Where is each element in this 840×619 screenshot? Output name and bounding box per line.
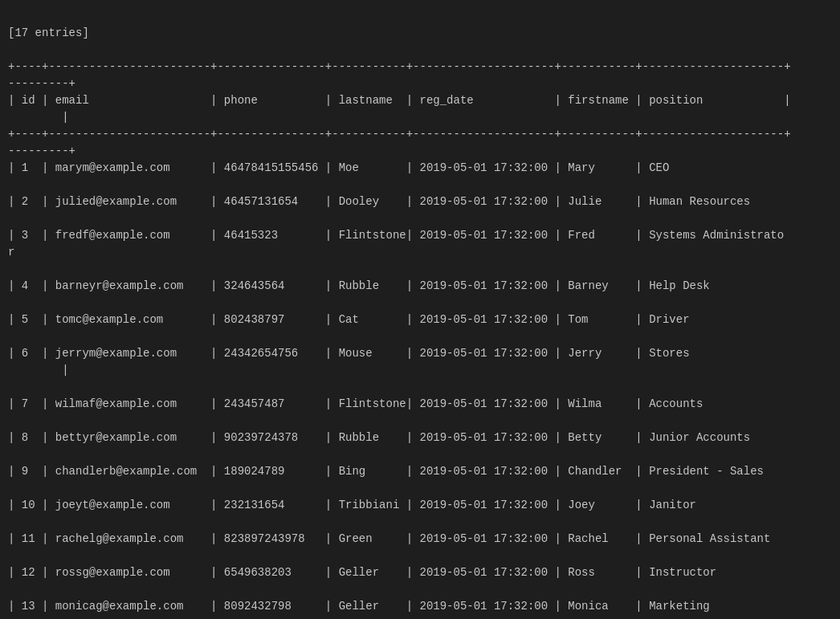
table-row: | 3 | fredf@example.com | 46415323 | Fli… (8, 227, 832, 261)
separator-header: +----+------------------------+---------… (8, 128, 791, 157)
table-row: | 6 | jerrym@example.com | 24342654756 |… (8, 345, 832, 379)
table-row: | 5 | tomc@example.com | 802438797 | Cat… (8, 312, 832, 328)
table-row: | 9 | chandlerb@example.com | 189024789 … (8, 463, 832, 480)
table-row: | 10 | joeyt@example.com | 232131654 | T… (8, 497, 832, 514)
table-row: | 13 | monicag@example.com | 8092432798 … (8, 598, 832, 615)
table-row: | 2 | julied@example.com | 46457131654 |… (8, 193, 832, 210)
table-row: | 12 | rossg@example.com | 6549638203 | … (8, 564, 832, 581)
separator-top: +----+------------------------+---------… (8, 60, 791, 90)
column-headers: | id | email | phone | lastname | reg_da… (8, 94, 791, 124)
table-row: | 7 | wilmaf@example.com | 243457487 | F… (8, 396, 832, 413)
table-row: | 11 | rachelg@example.com | 82389724397… (8, 531, 832, 548)
table-row: | 8 | bettyr@example.com | 90239724378 |… (8, 430, 832, 446)
entry-count: [17 entries] (8, 26, 89, 39)
terminal-output: [17 entries] +----+---------------------… (8, 8, 832, 619)
table-row: | 1 | marym@example.com | 46478415155456… (8, 160, 832, 177)
table-row: | 4 | barneyr@example.com | 324643564 | … (8, 278, 832, 295)
